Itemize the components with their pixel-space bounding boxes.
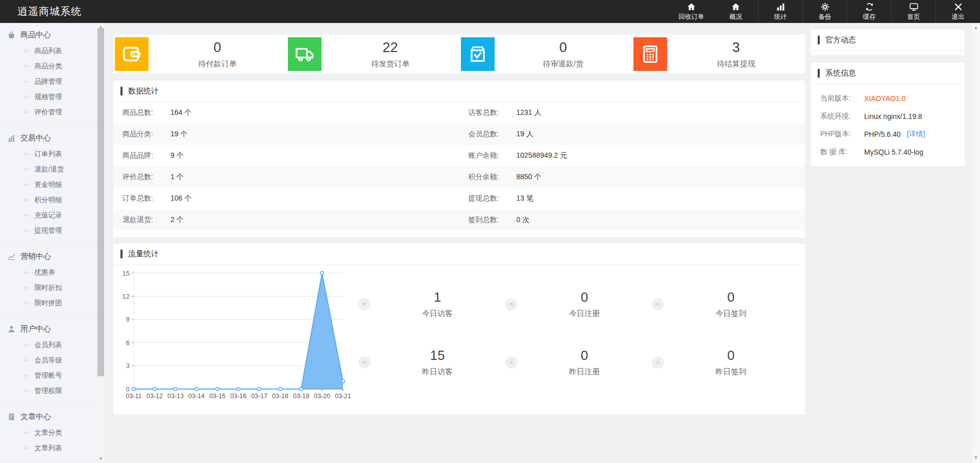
sidebar-item-product-category[interactable]: ⊢商品分类 bbox=[0, 59, 105, 74]
sidebar-item-fund-detail[interactable]: ⊢资金明细 bbox=[0, 177, 105, 192]
topnav-statistics[interactable]: 统计 bbox=[758, 0, 802, 23]
box-check-icon bbox=[461, 37, 495, 71]
sidebar-item-label: 限时折扣 bbox=[34, 284, 62, 291]
summary-text: 0待付款订单 bbox=[149, 40, 286, 69]
summary-card-pending-shipment[interactable]: 22待发货订单 bbox=[286, 35, 459, 74]
data-stats-cell: 会员总数:19 人 bbox=[459, 130, 805, 139]
svg-text:03-17: 03-17 bbox=[251, 393, 267, 400]
data-stats-cell: 积分余额:8850 个 bbox=[459, 173, 805, 182]
svg-text:15: 15 bbox=[122, 270, 130, 277]
sidebar-item-spec-manage[interactable]: ⊢规格管理 bbox=[0, 89, 105, 105]
topnav-homepage[interactable]: 首页 bbox=[891, 0, 936, 23]
summary-card-pending-settlement[interactable]: 3待结算提现 bbox=[632, 35, 805, 74]
sidebar-item-label: 文章分类 bbox=[34, 429, 62, 436]
system-info-value: MySQLi 5.7.40-log bbox=[864, 148, 923, 156]
summary-value: 22 bbox=[322, 40, 459, 56]
system-info-header: 系统信息 bbox=[811, 63, 965, 84]
system-info-label: 数 据 库: bbox=[820, 148, 864, 157]
branch-icon: ⊢ bbox=[24, 197, 30, 204]
top-header: 逍遥商城系统 回收订单概况统计备份缓存首页退出 bbox=[0, 0, 980, 23]
branch-icon: ⊢ bbox=[24, 342, 30, 349]
topnav-logout[interactable]: 退出 bbox=[936, 0, 980, 23]
sidebar-item-label: 商品列表 bbox=[34, 47, 62, 55]
traffic-stat-value: 0 bbox=[675, 348, 787, 363]
sidebar-scrollbar-thumb[interactable] bbox=[97, 28, 104, 376]
page-scroll-down-icon[interactable]: ▼ bbox=[972, 455, 980, 460]
sidebar-item-admin-permission[interactable]: ⊢管理权限 bbox=[0, 383, 105, 399]
bars-icon bbox=[7, 134, 16, 142]
topnav-backup[interactable]: 备份 bbox=[802, 0, 847, 23]
sidebar-item-product-list[interactable]: ⊢商品列表 bbox=[0, 43, 105, 59]
summary-card-pending-refund-review[interactable]: 0待审退款/货 bbox=[459, 35, 632, 74]
sidebar-group-product-center[interactable]: 商品中心 bbox=[0, 26, 105, 43]
page-scrollbar[interactable]: ▲ ▼ bbox=[972, 23, 980, 463]
sidebar-group-article-center[interactable]: 文章中心 bbox=[0, 408, 105, 425]
sidebar-item-label: 资金明细 bbox=[34, 181, 62, 188]
summary-card-pending-payment[interactable]: 0待付款订单 bbox=[113, 35, 286, 74]
app-title: 逍遥商城系统 bbox=[17, 0, 82, 23]
topnav-overview[interactable]: 概况 bbox=[714, 0, 758, 23]
sidebar-item-points-detail[interactable]: ⊢积分明细 bbox=[0, 192, 105, 208]
sidebar-item-member-level[interactable]: ⊢会员等级 bbox=[0, 353, 105, 368]
sidebar-item-brand-manage[interactable]: ⊢品牌管理 bbox=[0, 74, 105, 89]
monitor-icon bbox=[909, 2, 919, 12]
sidebar-item-recharge-records[interactable]: ⊢充值记录 bbox=[0, 208, 105, 223]
data-stats-cell: 商品分类:19 个 bbox=[113, 130, 459, 139]
traffic-stat-yesterday-visitors: 15昨日访客 bbox=[381, 348, 494, 377]
equals-badge-icon: = bbox=[652, 298, 664, 310]
topnav-recycle-orders[interactable]: 回收订单 bbox=[669, 0, 714, 23]
sidebar-scroll-down-icon[interactable]: ▼ bbox=[97, 456, 105, 461]
stat-value: 19 人 bbox=[517, 130, 533, 139]
page-scroll-up-icon[interactable]: ▲ bbox=[972, 26, 980, 31]
svg-text:03-14: 03-14 bbox=[188, 393, 205, 400]
svg-text:03-19: 03-19 bbox=[293, 393, 309, 400]
system-info-label: 系统环境: bbox=[820, 112, 864, 121]
sidebar: 商品中心⊢商品列表⊢商品分类⊢品牌管理⊢规格管理⊢评价管理交易中心⊢订单列表⊢退… bbox=[0, 23, 105, 463]
summary-cards-row: 0待付款订单22待发货订单0待审退款/货3待结算提现 bbox=[113, 35, 805, 74]
data-stats-row: 商品总数:164 个访客总数:1231 人 bbox=[113, 102, 805, 124]
sidebar-item-member-list[interactable]: ⊢会员列表 bbox=[0, 337, 105, 353]
sidebar-group-user-center[interactable]: 用户中心 bbox=[0, 320, 105, 337]
branch-icon: ⊢ bbox=[24, 181, 30, 188]
traffic-header: 流量统计 bbox=[113, 243, 805, 265]
branch-icon: ⊢ bbox=[24, 445, 30, 452]
calculator-icon bbox=[633, 37, 667, 71]
stat-label: 积分余额: bbox=[469, 173, 517, 182]
sidebar-item-review-manage[interactable]: ⊢评价管理 bbox=[0, 105, 105, 120]
summary-label: 待付款订单 bbox=[149, 59, 286, 69]
details-link[interactable]: [详情] bbox=[907, 130, 925, 139]
branch-icon: ⊢ bbox=[24, 227, 30, 234]
sidebar-item-label: 提现管理 bbox=[34, 227, 62, 234]
sidebar-item-flash-discount[interactable]: ⊢限时折扣 bbox=[0, 280, 105, 296]
stat-label: 评价总数: bbox=[122, 173, 170, 182]
traffic-stat-value: 15 bbox=[381, 348, 494, 363]
stat-label: 签到总数: bbox=[469, 215, 517, 225]
data-stats-cell: 商品品牌:9 个 bbox=[113, 151, 459, 160]
sidebar-item-refund-return[interactable]: ⊢退款/退货 bbox=[0, 162, 105, 177]
data-stats-row: 订单总数:106 个提现总数:13 笔 bbox=[113, 188, 805, 209]
topnav-cache[interactable]: 缓存 bbox=[847, 0, 891, 23]
official-news-title: 官方动态 bbox=[825, 35, 856, 45]
data-stats-header: 数据统计 bbox=[113, 81, 805, 102]
sidebar-item-label: 充值记录 bbox=[34, 211, 62, 219]
stat-value: 19 个 bbox=[170, 130, 187, 139]
system-info-value: XIAOYAO1.0 bbox=[864, 94, 905, 103]
sidebar-item-article-list[interactable]: ⊢文章列表 bbox=[0, 441, 105, 456]
doc-icon bbox=[7, 412, 16, 421]
topnav-backup-label: 备份 bbox=[819, 13, 831, 21]
sidebar-item-admin-account[interactable]: ⊢管理帐号 bbox=[0, 368, 105, 383]
sidebar-group-trade-center[interactable]: 交易中心 bbox=[0, 129, 105, 147]
system-info-value: PHP/5.6.40 bbox=[864, 130, 901, 138]
sidebar-item-label: 规格管理 bbox=[34, 93, 62, 101]
sidebar-scrollbar[interactable]: ▲ ▼ bbox=[97, 23, 105, 463]
sidebar-item-withdraw-manage[interactable]: ⊢提现管理 bbox=[0, 223, 105, 238]
sidebar-item-order-list[interactable]: ⊢订单列表 bbox=[0, 147, 105, 162]
summary-label: 待审退款/货 bbox=[495, 59, 632, 69]
sidebar-item-coupon[interactable]: ⊢优惠券 bbox=[0, 265, 105, 280]
branch-icon: ⊢ bbox=[24, 212, 30, 219]
sidebar-group-marketing-center[interactable]: 营销中心 bbox=[0, 248, 105, 265]
sidebar-item-article-category[interactable]: ⊢文章分类 bbox=[0, 425, 105, 441]
close-icon bbox=[953, 2, 963, 12]
gear-icon bbox=[820, 2, 830, 12]
sidebar-item-group-buy[interactable]: ⊢限时拼团 bbox=[0, 296, 105, 311]
